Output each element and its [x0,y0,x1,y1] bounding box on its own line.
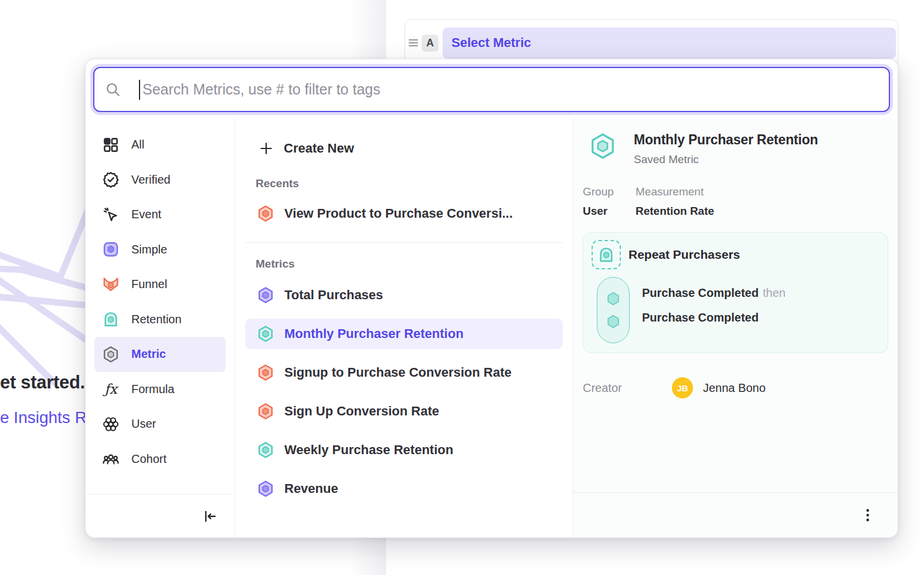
sidebar-item-label: Verified [131,173,171,187]
retention-hexagon-icon [589,132,617,160]
metric-letter-badge: A [422,35,439,52]
select-metric-button[interactable]: Select Metric [443,28,896,59]
grid-icon [102,136,120,154]
metric-item-label: View Product to Purchase Conversi... [284,206,513,221]
retention-metric-icon [102,310,120,328]
sidebar-item-label: Simple [131,243,167,256]
metric-item-revenue[interactable]: Revenue [245,473,563,504]
drag-handle-icon[interactable] [409,39,418,46]
metric-item-label: Revenue [284,481,338,496]
section-divider [245,242,563,243]
funnel-metric-icon [102,276,120,293]
sidebar-item-label: User [131,417,156,431]
more-options-button[interactable] [859,506,877,524]
metric-list-column: Create New Recents View Product to Purch… [235,118,573,537]
metric-definition-card: Repeat Purchasers [583,232,888,353]
event-hexagon-icon [257,480,274,498]
metric-item-signup-to-purchase[interactable]: Signup to Purchase Conversion Rate [245,357,563,388]
collapse-icon [202,509,217,524]
sidebar-item-cohort[interactable]: Cohort [94,442,226,477]
event-hexagon-icon [257,286,274,304]
insights-report-link[interactable]: e Insights Re [0,408,96,427]
create-new-button[interactable]: Create New [245,136,563,161]
retention-hexagon-icon [257,325,274,343]
detail-footer [573,492,898,537]
getting-started-heading: et started. [0,372,85,393]
detail-title: Monthly Purchaser Retention [634,132,818,148]
definition-step-1: Purchase Completedthen [642,286,786,300]
measurement-value: Retention Rate [636,205,714,218]
definition-name: Repeat Purchasers [629,248,740,262]
sidebar-item-all[interactable]: All [94,127,226,163]
sidebar-item-formula[interactable]: ƒx Formula [94,372,226,407]
verified-badge-icon [102,171,120,188]
creator-name: Jenna Bono [703,381,766,395]
metrics-section-title: Metrics [245,258,563,270]
search-input[interactable] [140,81,878,98]
select-metric-label: Select Metric [451,35,531,50]
metric-item-total-purchases[interactable]: Total Purchases [245,280,563,310]
recents-section-title: Recents [245,177,563,190]
group-value: User [583,205,636,218]
funnel-hexagon-icon [257,205,274,222]
search-icon [105,82,121,97]
sidebar-item-metric[interactable]: Metric [94,337,226,372]
metric-item-label: Total Purchases [284,288,383,303]
metric-detail-panel: Monthly Purchaser Retention Saved Metric… [573,118,898,537]
event-hexagon-icon [606,314,621,329]
sidebar-item-label: Metric [131,347,166,361]
cohort-definition-icon [592,240,621,269]
sidebar-item-event[interactable]: Event [94,197,226,232]
measurement-label: Measurement [636,185,714,198]
funnel-hexagon-icon [257,364,274,381]
saved-metric-icon [102,346,120,363]
metric-item-signup-conversion[interactable]: Sign Up Conversion Rate [245,396,563,427]
event-sequence-capsule [597,277,630,343]
metric-item-label: Signup to Purchase Conversion Rate [284,365,512,380]
event-hexagon-icon [606,291,621,306]
metric-item-label: Monthly Purchaser Retention [284,326,464,341]
sidebar-item-retention[interactable]: Retention [94,302,226,337]
cohort-people-icon [102,450,120,468]
sidebar-item-label: Retention [131,313,182,326]
metric-item-weekly-purchase-retention[interactable]: Weekly Purchase Retention [245,435,563,465]
sidebar-item-user[interactable]: User [94,407,226,442]
formula-fx-icon: ƒx [102,381,120,397]
sidebar-item-funnel[interactable]: Funnel [94,267,226,302]
kebab-menu-icon [860,508,875,523]
retention-hexagon-icon [257,441,274,459]
type-filter-sidebar: All Verified [86,118,235,537]
group-label: Group [583,185,636,198]
definition-step-2: Purchase Completed [642,311,786,324]
plus-icon [259,141,274,156]
user-profiles-icon [102,415,120,433]
sidebar-footer [86,494,235,537]
metric-picker-modal: All Verified [85,59,898,538]
sidebar-item-label: Formula [131,383,174,396]
creator-label: Creator [583,381,672,395]
sidebar-item-label: Cohort [131,452,167,466]
creator-avatar: JB [672,377,693,398]
recent-metric-item[interactable]: View Product to Purchase Conversi... [245,198,563,229]
metric-item-label: Weekly Purchase Retention [284,442,453,458]
event-cursor-icon [102,206,120,224]
sidebar-item-label: Event [131,208,161,221]
sidebar-item-label: Funnel [131,278,167,291]
sidebar-item-verified[interactable]: Verified [94,163,226,198]
metric-item-monthly-purchaser-retention[interactable]: Monthly Purchaser Retention [245,319,563,349]
detail-subtitle: Saved Metric [634,153,818,166]
collapse-sidebar-button[interactable] [199,506,219,526]
sidebar-item-simple[interactable]: Simple [94,232,226,268]
create-new-label: Create New [284,141,354,156]
metric-item-label: Sign Up Conversion Rate [284,404,439,419]
search-bar[interactable] [93,67,890,112]
sidebar-item-label: All [131,138,144,151]
funnel-hexagon-icon [257,402,274,420]
simple-metric-icon [102,241,120,258]
